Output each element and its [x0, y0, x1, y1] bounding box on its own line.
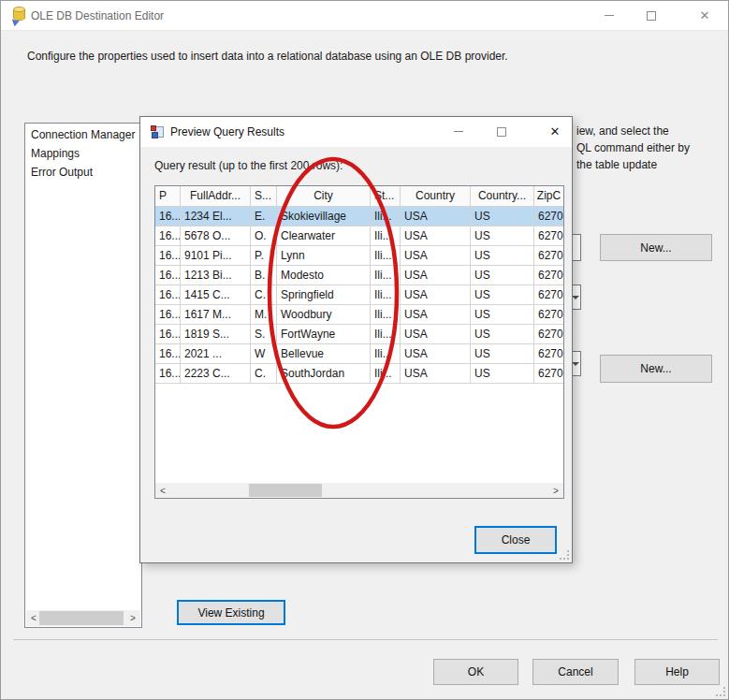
column-header[interactable]: FullAddr... — [181, 186, 251, 206]
scrollbar-thumb[interactable] — [39, 611, 124, 625]
dialog-close-action-button[interactable]: Close — [474, 526, 557, 554]
table-cell[interactable]: Ili... — [371, 344, 401, 363]
table-cell[interactable]: 16... — [155, 364, 181, 383]
table-cell[interactable]: 6270 — [534, 266, 563, 284]
table-cell[interactable]: 6270 — [534, 285, 563, 304]
table-cell[interactable]: M. — [251, 305, 277, 324]
scroll-right-icon[interactable]: > — [125, 610, 140, 626]
table-cell[interactable]: USA — [401, 246, 471, 265]
table-cell[interactable]: 1415 C... — [181, 285, 251, 304]
table-cell[interactable]: US — [471, 246, 534, 265]
table-cell[interactable]: Woodbury — [277, 305, 371, 324]
table-cell[interactable]: USA — [401, 285, 471, 304]
sidebar-item-connection-manager[interactable]: Connection Manager — [25, 125, 141, 144]
sidebar-item-mappings[interactable]: Mappings — [25, 144, 141, 163]
table-cell[interactable]: Modesto — [277, 266, 371, 284]
table-row[interactable]: 16...9101 Pi...P.LynnIli...USAUS6270 — [155, 246, 563, 266]
table-cell[interactable]: Springfield — [277, 285, 371, 304]
table-cell[interactable]: 6270 — [534, 344, 563, 363]
table-cell[interactable]: 16... — [155, 246, 181, 265]
table-cell[interactable]: US — [471, 325, 534, 343]
table-cell[interactable]: 1819 S... — [181, 325, 251, 343]
table-cell[interactable]: O. — [251, 226, 277, 245]
table-cell[interactable]: Ili... — [371, 266, 401, 284]
table-cell[interactable]: 6270 — [534, 246, 563, 265]
sidebar-item-error-output[interactable]: Error Output — [25, 163, 141, 182]
column-header[interactable]: P — [155, 186, 181, 206]
table-cell[interactable]: 16... — [155, 285, 181, 304]
table-cell[interactable]: USA — [401, 207, 471, 226]
table-cell[interactable]: USA — [401, 344, 471, 363]
dialog-close-button[interactable]: ✕ — [539, 117, 571, 146]
table-cell[interactable]: 1234 El... — [181, 207, 251, 226]
scrollbar-thumb[interactable] — [249, 484, 322, 497]
column-header[interactable]: Country — [401, 186, 471, 206]
table-cell[interactable]: SouthJordan — [277, 364, 371, 383]
table-cell[interactable]: P. — [251, 246, 277, 265]
table-cell[interactable]: FortWayne — [277, 325, 371, 343]
table-cell[interactable]: C. — [251, 285, 277, 304]
table-cell[interactable]: 1213 Bi... — [181, 266, 251, 284]
table-cell[interactable]: US — [471, 344, 534, 363]
pages-listbox[interactable]: Connection Manager Mappings Error Output… — [24, 123, 142, 628]
query-results-grid[interactable]: PFullAddr...S...CitySt...CountryCountry.… — [154, 185, 564, 499]
table-cell[interactable]: USA — [401, 364, 471, 383]
minimize-button[interactable] — [593, 1, 625, 30]
table-cell[interactable]: 16... — [155, 266, 181, 284]
table-cell[interactable]: Bellevue — [277, 344, 371, 363]
table-row[interactable]: 16...1234 El...E.SkokievillageIli...USAU… — [155, 207, 563, 226]
column-header[interactable]: St... — [371, 186, 401, 206]
table-cell[interactable]: US — [471, 266, 534, 284]
dialog-minimize-button[interactable] — [443, 117, 474, 146]
table-cell[interactable]: 6270 — [534, 226, 563, 245]
table-cell[interactable]: USA — [401, 325, 471, 343]
table-cell[interactable]: US — [471, 364, 534, 383]
table-cell[interactable]: B. — [251, 266, 277, 284]
column-header[interactable]: S... — [251, 186, 277, 206]
table-row[interactable]: 16...5678 O...O.ClearwaterIli...USAUS627… — [155, 226, 563, 246]
table-cell[interactable]: US — [471, 207, 534, 226]
table-row[interactable]: 16...2223 C...C.SouthJordanIli...USAUS62… — [155, 364, 563, 384]
table-cell[interactable]: Ili... — [371, 207, 401, 226]
table-cell[interactable]: 6270 — [534, 305, 563, 324]
table-cell[interactable]: US — [471, 285, 534, 304]
table-cell[interactable]: US — [471, 305, 534, 324]
table-row[interactable]: 16...1819 S...S.FortWayneIli...USAUS6270 — [155, 325, 563, 344]
close-button[interactable]: ✕ — [689, 1, 721, 30]
table-cell[interactable]: USA — [401, 266, 471, 284]
table-cell[interactable]: 2223 C... — [181, 364, 251, 383]
table-cell[interactable]: W — [251, 344, 277, 363]
table-cell[interactable]: Ili... — [371, 226, 401, 245]
table-cell[interactable]: C. — [251, 364, 277, 383]
table-cell[interactable]: USA — [401, 305, 471, 324]
table-cell[interactable]: 6270 — [534, 207, 563, 226]
table-cell[interactable]: Ili... — [371, 305, 401, 324]
dialog-maximize-button[interactable] — [486, 117, 518, 146]
cancel-button[interactable]: Cancel — [532, 659, 619, 685]
column-header[interactable]: ZipC — [534, 186, 563, 206]
table-cell[interactable]: Ili... — [371, 285, 401, 304]
listbox-horizontal-scrollbar[interactable]: < > — [26, 610, 140, 626]
table-row[interactable]: 16...1213 Bi...B.ModestoIli...USAUS6270 — [155, 266, 563, 285]
new-connection-button[interactable]: New... — [600, 234, 712, 261]
table-cell[interactable]: E. — [251, 207, 277, 226]
ok-button[interactable]: OK — [433, 659, 518, 685]
table-cell[interactable]: 1617 M... — [181, 305, 251, 324]
scroll-left-icon[interactable]: < — [155, 483, 170, 498]
table-cell[interactable]: Ili... — [371, 246, 401, 265]
table-cell[interactable]: 9101 Pi... — [181, 246, 251, 265]
help-button[interactable]: Help — [634, 659, 720, 685]
table-cell[interactable]: Clearwater — [277, 226, 371, 245]
new-table-button[interactable]: New... — [600, 355, 712, 383]
maximize-button[interactable] — [635, 1, 667, 30]
table-row[interactable]: 16...1617 M...M.WoodburyIli...USAUS6270 — [155, 305, 563, 325]
column-header[interactable]: City — [277, 186, 371, 206]
table-cell[interactable]: Lynn — [277, 246, 371, 265]
table-cell[interactable]: 16... — [155, 226, 181, 245]
table-cell[interactable]: Ili... — [371, 364, 401, 383]
view-existing-button[interactable]: View Existing — [177, 600, 285, 625]
table-cell[interactable]: USA — [401, 226, 471, 245]
resize-grip-icon[interactable] — [560, 550, 569, 560]
table-row[interactable]: 16...2021 ...WBellevueIli...USAUS6270 — [155, 344, 563, 364]
table-cell[interactable]: US — [471, 226, 534, 245]
